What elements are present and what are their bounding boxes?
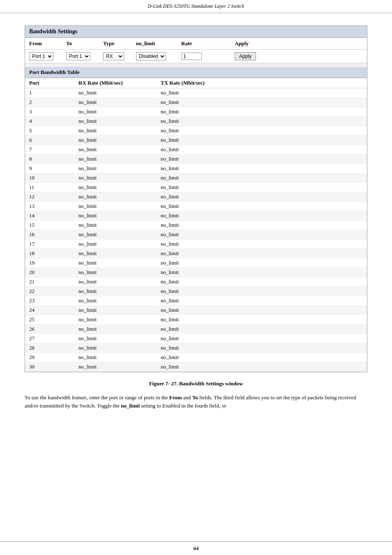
apply-button[interactable]: Apply [235,52,256,60]
cell-tx-rate: no_limit [157,107,367,117]
table-row: 7no_limitno_limit [25,145,367,154]
cell-rx-rate: no_limit [74,154,157,164]
col-header-rate: Rate [181,40,231,47]
to-select[interactable]: Port 1 Port 2 Port 3 [66,52,90,60]
cell-rx-rate: no_limit [74,315,157,325]
cell-rx-rate: no_limit [74,211,157,221]
cell-rx-rate: no_limit [74,296,157,306]
cell-port: 30 [25,362,74,372]
cell-tx-rate: no_limit [157,258,367,268]
cell-port: 8 [25,154,74,164]
cell-rx-rate: no_limit [74,183,157,192]
cell-tx-rate: no_limit [157,353,367,362]
cell-tx-rate: no_limit [157,277,367,287]
cell-rx-rate: no_limit [74,353,157,362]
type-select[interactable]: RX TX Both [103,52,124,60]
table-row: 20no_limitno_limit [25,268,367,277]
table-row: 14no_limitno_limit [25,211,367,221]
cell-tx-rate: no_limit [157,202,367,211]
body-text: To use the bandwidth feature, enter the … [25,394,367,410]
cell-rx-rate: no_limit [74,126,157,136]
cell-port: 10 [25,173,74,183]
th-tx-rate: TX Rate (Mbit/sec) [157,78,367,88]
cell-tx-rate: no_limit [157,126,367,136]
bandwidth-settings-title: Bandwidth Settings [25,26,367,38]
table-row: 13no_limitno_limit [25,202,367,211]
cell-tx-rate: no_limit [157,343,367,353]
cell-tx-rate: no_limit [157,240,367,249]
table-row: 11no_limitno_limit [25,183,367,192]
cell-tx-rate: no_limit [157,192,367,202]
cell-tx-rate: no_limit [157,173,367,183]
col-header-apply: Apply [235,40,259,47]
table-row: 27no_limitno_limit [25,334,367,343]
cell-port: 9 [25,164,74,173]
cell-tx-rate: no_limit [157,211,367,221]
cell-rx-rate: no_limit [74,98,157,107]
table-row: 15no_limitno_limit [25,221,367,230]
settings-form-row: Port 1 Port 2 Port 3 Port 1 Port 2 Port … [25,50,367,63]
cell-rx-rate: no_limit [74,362,157,372]
table-row: 22no_limitno_limit [25,287,367,296]
table-row: 26no_limitno_limit [25,325,367,334]
nolimit-select[interactable]: Disabled Enabled [136,52,166,60]
col-header-from: From [29,40,62,47]
table-row: 10no_limitno_limit [25,173,367,183]
cell-rx-rate: no_limit [74,268,157,277]
page-footer: 64 [0,541,392,555]
table-row: 18no_limitno_limit [25,249,367,258]
cell-rx-rate: no_limit [74,88,157,98]
cell-port: 7 [25,145,74,154]
cell-rx-rate: no_limit [74,107,157,117]
cell-rx-rate: no_limit [74,221,157,230]
cell-tx-rate: no_limit [157,117,367,126]
col-header-to: To [66,40,99,47]
table-row: 8no_limitno_limit [25,154,367,164]
table-row: 19no_limitno_limit [25,258,367,268]
table-row: 16no_limitno_limit [25,230,367,240]
cell-port: 4 [25,117,74,126]
cell-port: 26 [25,325,74,334]
cell-rx-rate: no_limit [74,202,157,211]
port-bandwidth-table: Port RX Rate (Mbit/sec) TX Rate (Mbit/se… [25,78,367,372]
cell-rx-rate: no_limit [74,334,157,343]
rate-input[interactable] [181,53,202,60]
cell-rx-rate: no_limit [74,173,157,183]
cell-tx-rate: no_limit [157,154,367,164]
cell-rx-rate: no_limit [74,287,157,296]
cell-port: 22 [25,287,74,296]
cell-rx-rate: no_limit [74,306,157,315]
table-row: 9no_limitno_limit [25,164,367,173]
cell-port: 1 [25,88,74,98]
cell-tx-rate: no_limit [157,145,367,154]
col-header-type: Type [103,40,132,47]
table-row: 30no_limitno_limit [25,362,367,372]
from-select[interactable]: Port 1 Port 2 Port 3 [29,52,53,60]
cell-rx-rate: no_limit [74,192,157,202]
cell-tx-rate: no_limit [157,136,367,145]
cell-port: 13 [25,202,74,211]
cell-port: 18 [25,249,74,258]
spacer [25,63,367,67]
cell-tx-rate: no_limit [157,183,367,192]
table-row: 3no_limitno_limit [25,107,367,117]
page-number: 64 [194,545,199,551]
cell-port: 28 [25,343,74,353]
cell-rx-rate: no_limit [74,277,157,287]
cell-port: 29 [25,353,74,362]
table-row: 4no_limitno_limit [25,117,367,126]
cell-tx-rate: no_limit [157,334,367,343]
cell-port: 21 [25,277,74,287]
th-port: Port [25,78,74,88]
cell-rx-rate: no_limit [74,164,157,173]
cell-tx-rate: no_limit [157,221,367,230]
cell-rx-rate: no_limit [74,145,157,154]
cell-tx-rate: no_limit [157,315,367,325]
cell-port: 25 [25,315,74,325]
table-row: 5no_limitno_limit [25,126,367,136]
cell-port: 17 [25,240,74,249]
cell-rx-rate: no_limit [74,240,157,249]
cell-rx-rate: no_limit [74,117,157,126]
port-bandwidth-section: Port Bandwidth Table Port RX Rate (Mbit/… [25,67,367,372]
th-rx-rate: RX Rate (Mbit/sec) [74,78,157,88]
